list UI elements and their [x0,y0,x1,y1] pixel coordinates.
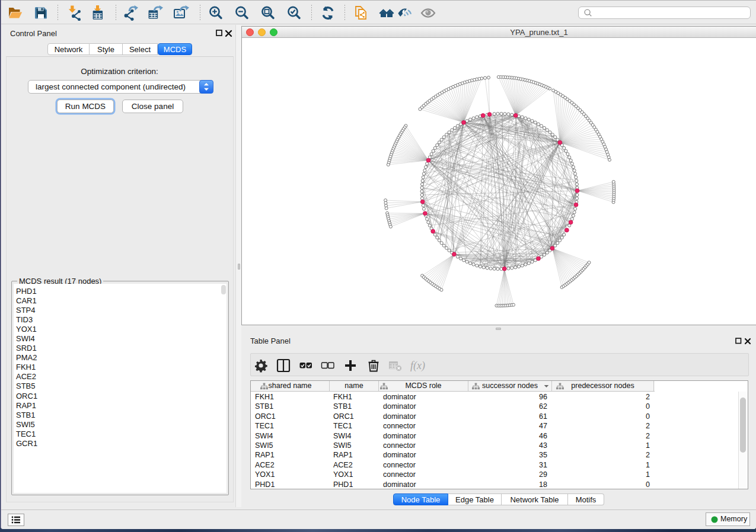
svg-text:f(x): f(x) [410,360,425,372]
